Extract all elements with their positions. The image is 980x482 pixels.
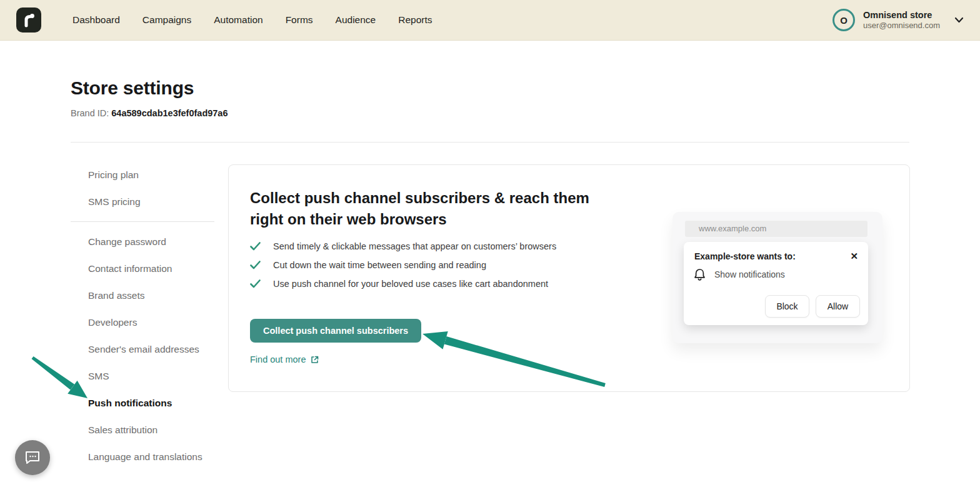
chat-launcher-button[interactable] bbox=[15, 440, 50, 475]
mockup-block-button: Block bbox=[765, 295, 809, 318]
list-item: Use push channel for your beloved use ca… bbox=[250, 279, 556, 289]
bell-icon bbox=[693, 268, 706, 281]
brand-id: Brand ID: 64a589cdab1e3fef0fad97a6 bbox=[71, 108, 228, 118]
sidebar-item-change-password[interactable]: Change password bbox=[71, 228, 214, 255]
collect-push-subscribers-button[interactable]: Collect push channel subscribers bbox=[250, 319, 421, 343]
check-icon bbox=[250, 279, 261, 288]
title-divider bbox=[71, 142, 909, 143]
top-nav-bar: Dashboard Campaigns Automation Forms Aud… bbox=[0, 0, 980, 41]
list-item: Send timely & clickable messages that ap… bbox=[250, 241, 556, 251]
account-info: Omnisend store user@omnisend.com bbox=[863, 9, 940, 31]
check-icon bbox=[250, 242, 261, 251]
benefit-text: Send timely & clickable messages that ap… bbox=[273, 241, 556, 251]
nav-audience[interactable]: Audience bbox=[336, 14, 376, 26]
chevron-down-icon bbox=[954, 17, 964, 23]
avatar: O bbox=[832, 9, 855, 31]
main-nav: Dashboard Campaigns Automation Forms Aud… bbox=[72, 14, 432, 26]
popup-title-row: Example-store wants to: ✕ bbox=[684, 242, 868, 261]
popup-permission-text: Show notifications bbox=[714, 269, 785, 279]
sidebar-item-senders-email-addresses[interactable]: Sender's email addresses bbox=[71, 336, 214, 363]
nav-reports[interactable]: Reports bbox=[398, 14, 432, 26]
brand-id-value: 64a589cdab1e3fef0fad97a6 bbox=[111, 108, 228, 118]
brand-id-label: Brand ID: bbox=[71, 108, 109, 118]
mockup-allow-button: Allow bbox=[816, 295, 860, 318]
sidebar-item-sms[interactable]: SMS bbox=[71, 363, 214, 389]
card-heading: Collect push channel subscribers & reach… bbox=[250, 188, 591, 230]
nav-automation[interactable]: Automation bbox=[214, 14, 262, 26]
external-link-icon bbox=[311, 356, 319, 364]
sidebar-item-developers[interactable]: Developers bbox=[71, 309, 214, 336]
sidebar-divider bbox=[71, 221, 214, 222]
page-title: Store settings bbox=[71, 78, 194, 99]
close-icon: ✕ bbox=[850, 251, 858, 261]
account-name: Omnisend store bbox=[863, 9, 940, 21]
omnisend-logo-icon bbox=[21, 12, 37, 28]
browser-mockup: www.example.com Example-store wants to: … bbox=[672, 212, 882, 343]
account-menu[interactable]: O Omnisend store user@omnisend.com bbox=[832, 9, 964, 31]
benefit-text: Use push channel for your beloved use ca… bbox=[273, 279, 548, 289]
mockup-url-bar: www.example.com bbox=[685, 221, 868, 237]
nav-forms[interactable]: Forms bbox=[286, 14, 313, 26]
popup-permission-row: Show notifications bbox=[684, 261, 868, 281]
benefit-text: Cut down the wait time between sending a… bbox=[273, 260, 486, 270]
sidebar-item-pricing-plan[interactable]: Pricing plan bbox=[71, 161, 214, 188]
sidebar-item-sms-pricing[interactable]: SMS pricing bbox=[71, 188, 214, 215]
push-notifications-card: Collect push channel subscribers & reach… bbox=[228, 164, 910, 392]
nav-campaigns[interactable]: Campaigns bbox=[142, 14, 191, 26]
list-item: Cut down the wait time between sending a… bbox=[250, 260, 556, 270]
settings-sidebar: Pricing plan SMS pricing Change password… bbox=[71, 161, 214, 470]
nav-dashboard[interactable]: Dashboard bbox=[72, 14, 120, 26]
popup-title: Example-store wants to: bbox=[694, 251, 796, 261]
sidebar-item-brand-assets[interactable]: Brand assets bbox=[71, 282, 214, 309]
avatar-letter: O bbox=[840, 15, 848, 26]
benefit-list: Send timely & clickable messages that ap… bbox=[250, 241, 556, 298]
check-icon bbox=[250, 261, 261, 269]
sidebar-item-contact-information[interactable]: Contact information bbox=[71, 255, 214, 282]
popup-buttons: Block Allow bbox=[765, 295, 860, 318]
omnisend-logo[interactable] bbox=[16, 8, 41, 33]
mockup-permission-popup: Example-store wants to: ✕ Show notificat… bbox=[684, 242, 868, 325]
sidebar-item-push-notifications[interactable]: Push notifications bbox=[71, 389, 214, 416]
sidebar-item-sales-attribution[interactable]: Sales attribution bbox=[71, 416, 214, 443]
find-out-more-label: Find out more bbox=[250, 354, 306, 364]
sidebar-item-language-and-translations[interactable]: Language and translations bbox=[71, 443, 214, 470]
find-out-more-link[interactable]: Find out more bbox=[250, 354, 319, 364]
account-email: user@omnisend.com bbox=[863, 21, 940, 31]
chat-icon bbox=[24, 449, 41, 466]
